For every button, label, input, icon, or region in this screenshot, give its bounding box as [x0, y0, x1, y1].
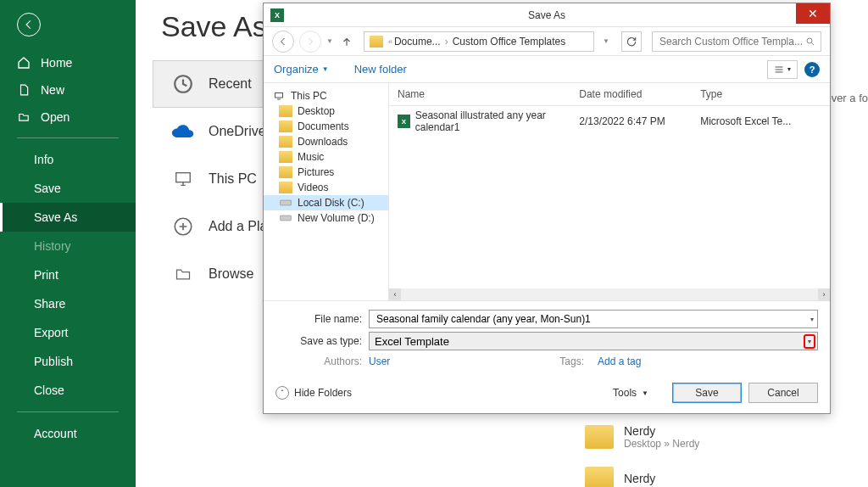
column-name[interactable]: Name — [398, 87, 579, 102]
file-name-field[interactable]: ▾ — [369, 310, 818, 328]
save-button[interactable]: Save — [672, 383, 742, 403]
folder-icon — [279, 120, 292, 132]
location-browse-label: Browse — [209, 266, 253, 282]
file-row[interactable]: X Seasonal illustrated any year calendar… — [389, 106, 830, 137]
help-button[interactable]: ? — [804, 62, 820, 77]
separator — [17, 137, 119, 138]
nav-new[interactable]: New — [0, 76, 136, 104]
folder-tree: This PC Desktop Documents Downloads Musi… — [264, 83, 389, 300]
close-button[interactable]: ✕ — [796, 3, 830, 24]
new-icon — [17, 83, 31, 97]
tree-pictures[interactable]: Pictures — [264, 165, 388, 180]
folder-icon — [585, 467, 614, 487]
file-date: 2/13/2022 6:47 PM — [579, 115, 700, 127]
new-folder-button[interactable]: New folder — [354, 63, 407, 76]
back-button[interactable] — [17, 13, 41, 36]
folder-icon — [279, 136, 292, 148]
nav-save-as[interactable]: Save As — [0, 203, 136, 232]
column-type[interactable]: Type — [700, 87, 821, 102]
nav-close[interactable]: Close — [0, 376, 136, 405]
authors-value[interactable]: User — [369, 355, 390, 367]
location-this-pc-label: This PC — [209, 171, 257, 187]
organize-menu[interactable]: Organize▼ — [274, 63, 329, 76]
tree-label: Music — [298, 151, 324, 163]
tree-local-disk-c[interactable]: Local Disk (C:) — [264, 195, 388, 210]
nav-export[interactable]: Export — [0, 318, 136, 347]
file-name: Seasonal illustrated any year calendar1 — [415, 109, 580, 133]
tree-videos[interactable]: Videos — [264, 180, 388, 195]
pc-icon — [272, 90, 286, 102]
tags-value[interactable]: Add a tag — [598, 355, 641, 367]
hide-folders-button[interactable]: ˆ Hide Folders — [275, 386, 352, 400]
recent-folder-name: Nerdy — [624, 424, 699, 438]
nav-history-dropdown[interactable]: ▼ — [326, 37, 333, 45]
nav-share[interactable]: Share — [0, 289, 136, 318]
location-onedrive-label: OneDrive — [209, 124, 266, 139]
save-type-field[interactable]: Excel Template ▾ — [369, 332, 818, 350]
open-icon — [17, 110, 31, 124]
scroll-left-button[interactable]: ‹ — [389, 288, 401, 300]
dialog-toolbar: Organize▼ New folder ▼ ? — [264, 56, 830, 83]
nav-home[interactable]: Home — [0, 49, 136, 76]
folder-icon — [279, 182, 292, 193]
tree-music[interactable]: Music — [264, 149, 388, 165]
search-input[interactable] — [658, 35, 805, 48]
search-box[interactable] — [652, 31, 821, 52]
file-name-input[interactable] — [375, 312, 812, 326]
chevron-down-icon[interactable]: ▾ — [810, 316, 814, 323]
nav-new-label: New — [41, 83, 64, 97]
tree-label: Desktop — [298, 105, 335, 117]
save-type-value: Excel Template — [375, 335, 812, 348]
svg-rect-6 — [281, 216, 292, 221]
view-options-button[interactable]: ▼ — [767, 60, 798, 79]
tree-desktop[interactable]: Desktop — [264, 104, 388, 119]
separator — [17, 411, 119, 412]
tree-documents[interactable]: Documents — [264, 119, 388, 134]
cancel-button[interactable]: Cancel — [748, 383, 818, 403]
tree-new-volume-d[interactable]: New Volume (D:) — [264, 210, 388, 226]
horizontal-scrollbar[interactable]: ‹ › — [389, 288, 830, 300]
excel-file-icon: X — [398, 115, 410, 128]
breadcrumb-segment[interactable]: Custom Office Templates — [453, 36, 566, 48]
nav-forward-button[interactable] — [299, 31, 321, 53]
nav-save[interactable]: Save — [0, 174, 136, 203]
pin-hint-text: over a fo — [825, 92, 868, 104]
scroll-right-button[interactable]: › — [818, 288, 830, 300]
tree-downloads[interactable]: Downloads — [264, 134, 388, 149]
nav-history[interactable]: History — [0, 232, 136, 260]
refresh-button[interactable] — [621, 31, 642, 52]
breadcrumb-dropdown[interactable]: ▼ — [599, 37, 613, 45]
nav-back-button[interactable] — [272, 31, 294, 53]
nav-print[interactable]: Print — [0, 260, 136, 289]
file-list-pane: Name Date modified Type X Seasonal illus… — [389, 83, 830, 300]
recent-icon — [170, 71, 196, 97]
recent-folder[interactable]: Nerdy — [585, 467, 655, 487]
nav-info[interactable]: Info — [0, 145, 136, 174]
nav-account[interactable]: Account — [0, 419, 136, 448]
nav-open[interactable]: Open — [0, 104, 136, 131]
svg-point-3 — [807, 38, 812, 43]
nav-up-button[interactable] — [338, 33, 355, 50]
backstage-sidebar: Home New Open Info Save Save As History … — [0, 0, 136, 487]
location-recent-label: Recent — [209, 76, 252, 92]
tree-label: Local Disk (C:) — [298, 197, 364, 209]
breadcrumb-bar[interactable]: « Docume... › Custom Office Templates — [364, 31, 594, 52]
recent-folder-path: Desktop » Nerdy — [624, 438, 699, 450]
save-type-dropdown-button[interactable]: ▾ — [804, 334, 815, 349]
dialog-body: This PC Desktop Documents Downloads Musi… — [264, 83, 830, 300]
tree-label: Downloads — [298, 136, 348, 148]
search-icon — [805, 36, 815, 47]
tools-menu[interactable]: Tools▼ — [613, 387, 648, 399]
breadcrumb-segment[interactable]: Docume... — [394, 36, 441, 48]
nav-publish[interactable]: Publish — [0, 347, 136, 376]
svg-rect-1 — [176, 173, 191, 182]
nav-open-label: Open — [41, 110, 70, 124]
recent-folder[interactable]: Nerdy Desktop » Nerdy — [585, 424, 699, 450]
scroll-track[interactable] — [401, 288, 818, 300]
tree-this-pc[interactable]: This PC — [264, 88, 388, 104]
hide-folders-label: Hide Folders — [294, 387, 352, 399]
column-date[interactable]: Date modified — [579, 87, 700, 102]
save-as-dialog: X Save As ✕ ▼ « Docume... › Custom Offic… — [263, 3, 831, 414]
disk-icon — [279, 197, 292, 209]
add-place-icon — [170, 214, 196, 239]
